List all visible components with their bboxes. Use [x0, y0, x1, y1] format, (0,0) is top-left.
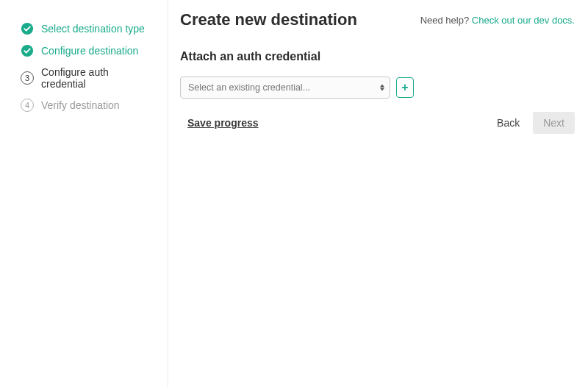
- section-title: Attach an auth credential: [180, 50, 575, 63]
- svg-point-1: [21, 45, 33, 57]
- step-label: Configure destination: [41, 45, 138, 57]
- nav-buttons: Back Next: [490, 112, 575, 134]
- footer-row: Save progress Back Next: [180, 112, 575, 134]
- step-number-icon: 3: [21, 71, 34, 85]
- step-configure-auth-credential[interactable]: 3 Configure auth credential: [21, 66, 153, 90]
- svg-point-0: [21, 23, 33, 35]
- wizard-sidebar: Select destination type Configure destin…: [0, 0, 168, 387]
- credential-select-wrap: Select an existing credential...: [180, 77, 390, 99]
- save-progress-link[interactable]: Save progress: [180, 117, 259, 129]
- dev-docs-link[interactable]: Check out our dev docs.: [472, 15, 575, 26]
- check-icon: [21, 22, 34, 35]
- step-verify-destination[interactable]: 4 Verify destination: [21, 99, 153, 112]
- step-number-icon: 4: [21, 99, 34, 112]
- help-prefix: Need help?: [420, 15, 472, 26]
- step-label: Verify destination: [41, 99, 120, 111]
- add-credential-button[interactable]: +: [396, 77, 414, 98]
- step-label: Select destination type: [41, 23, 145, 35]
- credential-select-row: Select an existing credential... +: [180, 77, 575, 99]
- check-icon: [21, 44, 34, 57]
- help-text: Need help? Check out our dev docs.: [420, 15, 575, 26]
- step-configure-destination[interactable]: Configure destination: [21, 44, 153, 57]
- header-row: Create new destination Need help? Check …: [180, 10, 575, 29]
- page-title: Create new destination: [180, 10, 357, 29]
- next-button[interactable]: Next: [533, 112, 575, 134]
- main-panel: Create new destination Need help? Check …: [168, 0, 588, 387]
- back-button[interactable]: Back: [490, 113, 527, 133]
- step-select-destination-type[interactable]: Select destination type: [21, 22, 153, 35]
- credential-select[interactable]: Select an existing credential...: [180, 77, 390, 99]
- step-label: Configure auth credential: [41, 66, 153, 90]
